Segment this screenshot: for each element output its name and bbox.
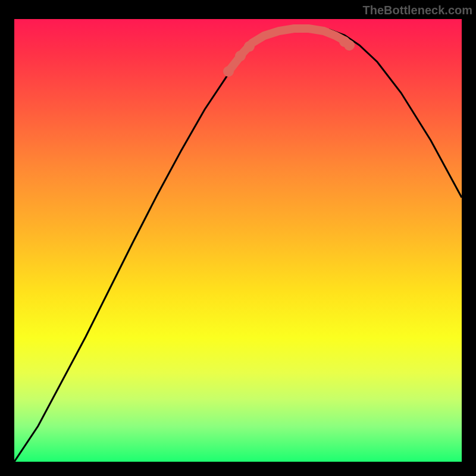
bottleneck-curve	[14, 28, 462, 462]
watermark-text: TheBottleneck.com	[363, 4, 472, 17]
chart-frame: TheBottleneck.com	[0, 0, 476, 476]
svg-point-4	[344, 40, 355, 51]
svg-point-2	[244, 41, 255, 52]
highlight-dots	[223, 36, 355, 77]
curve-layer	[14, 19, 462, 462]
svg-point-0	[223, 66, 234, 77]
svg-point-1	[235, 51, 246, 61]
